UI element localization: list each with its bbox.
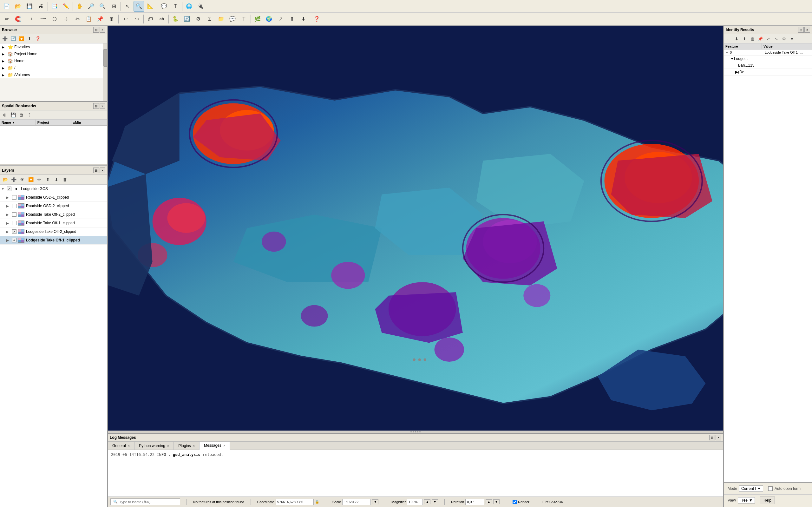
log-tab-python-warning[interactable]: Python warning × [134,442,174,450]
plugin-btn[interactable]: 🔌 [195,1,206,12]
layers-remove-btn[interactable]: 🗑 [61,176,69,183]
identify-help-btn[interactable]: Help [760,497,775,504]
browser-item-favorites[interactable]: ▶ ⭐ Favorites [0,44,107,50]
identify-tree-row-1[interactable]: ▼ Lodge... [724,56,812,62]
identify-pin-btn[interactable]: 📌 [757,35,764,42]
digitize2-btn[interactable]: ✏ [1,14,12,24]
zoom-full-btn[interactable]: ⊞ [109,1,119,12]
identify-close-btn[interactable]: × [804,27,810,33]
render-checkbox[interactable] [513,500,517,504]
log-tab-messages[interactable]: Messages × [199,442,230,450]
layer-checkbox-lodgeside-gcs[interactable]: ✓ [7,186,11,191]
select-btn[interactable]: ↖ [122,1,133,12]
map-log-resize-handle[interactable] [108,431,723,433]
layers-add-btn[interactable]: ➕ [10,176,17,183]
layers-filter-btn[interactable]: 🔽 [27,176,35,183]
browser-item-project-home[interactable]: ▶ 🏠 Project Home [0,50,107,57]
log-float-btn[interactable]: ⊞ [709,435,715,440]
identify-collapse-btn[interactable]: ⤡ [773,35,779,42]
identify-settings-btn[interactable]: ⚙ [780,35,788,42]
cut-btn[interactable]: ✂ [72,14,83,24]
map-canvas[interactable] [108,26,723,431]
browser-add-btn[interactable]: ➕ [1,35,8,42]
speech-btn[interactable]: 💬 [227,14,238,24]
bookmarks-save-btn[interactable]: 💾 [9,111,16,118]
bookmarks-new-btn[interactable]: ⊕ [1,111,8,118]
layer-item-lodgeside-gcs[interactable]: ▼ ✓ ● Lodgeside GCS [0,185,107,193]
up-btn[interactable]: ⬆ [287,14,297,24]
delete-btn[interactable]: 🗑 [106,14,117,24]
layer-item-roadside-off2[interactable]: ▶ Roadside Take Off-2_clipped [0,210,107,219]
coordinate-input[interactable] [275,499,314,505]
bookmarks-close-btn[interactable]: × [100,103,105,109]
help2-btn[interactable]: ❓ [311,14,322,24]
layer-item-lodgeside-off1[interactable]: ▶ ✓ Lodgeside Take Off-1_clipped [0,236,107,245]
search-bar[interactable]: 🔍 [110,498,180,505]
open-project-btn[interactable]: 📂 [13,1,23,12]
new-project-btn[interactable]: 📄 [1,1,12,12]
sum-btn[interactable]: Σ [204,14,215,24]
layers-move-down-btn[interactable]: ⬇ [53,176,60,183]
settings-btn[interactable]: ⚙ [193,14,204,24]
label-pin-btn[interactable]: 🏷 [145,14,156,24]
log-tab-plugins[interactable]: Plugins × [174,442,199,450]
layer-item-lodgeside-off2[interactable]: ▶ ✓ Lodgeside Take Off-2_clipped [0,227,107,236]
print-layout-btn[interactable]: 📑 [49,1,60,12]
log-tab-python-warning-close[interactable]: × [167,444,169,448]
layers-open-btn[interactable]: 📂 [1,176,9,183]
layer-checkbox-roadside-off1[interactable] [12,221,16,225]
save-project-btn[interactable]: 💾 [24,1,35,12]
browser-item-root[interactable]: ▶ 📁 / [0,64,107,71]
log-close-btn[interactable]: × [715,435,721,440]
layer-checkbox-lodgeside-off2[interactable]: ✓ [12,229,16,234]
copy-btn[interactable]: 📋 [83,14,94,24]
node-tool-btn[interactable]: ⊹ [61,14,71,24]
layer-checkbox-roadside-gsd1[interactable] [12,195,16,200]
select2-btn[interactable]: ↗ [275,14,286,24]
layer-item-roadside-gsd2[interactable]: ▶ Roadside GSD-2_clipped [0,202,107,210]
down-btn[interactable]: ⬇ [298,14,309,24]
log-tab-messages-close[interactable]: × [223,444,225,447]
browser-collapse-btn[interactable]: ⬆ [26,35,33,42]
log-tab-plugins-close[interactable]: × [193,444,195,448]
browser-item-volumes[interactable]: ▶ 📁 /Volumes [0,71,107,78]
log-tab-general-close[interactable]: × [128,444,130,448]
identify-float-btn[interactable]: ⊞ [798,27,804,33]
python-console-btn[interactable]: 🐍 [170,14,181,24]
layers-edit-group-btn[interactable]: ✏ [36,176,43,183]
layers-visibility-btn[interactable]: 👁 [18,176,26,183]
bookmarks-share-btn[interactable]: ⇧ [26,111,33,118]
identify-down-btn[interactable]: ⬇ [733,35,740,42]
log-tab-general[interactable]: General × [108,442,134,450]
browser-refresh-btn[interactable]: 🔄 [9,35,16,42]
epsg-label[interactable]: EPSG:32734 [542,500,563,504]
folder2-btn[interactable]: 📁 [216,14,227,24]
magnifier-up-btn[interactable]: ▲ [424,499,430,504]
text2-btn[interactable]: T [239,14,249,24]
snapping-btn[interactable]: 🧲 [13,14,23,24]
identify-btn[interactable]: 🔍 [133,1,144,12]
identify-dropdown-btn[interactable]: ▼ [789,35,796,42]
scale-dropdown-btn[interactable]: ▼ [372,499,378,504]
auto-open-checkbox[interactable] [768,486,773,491]
layer-item-roadside-off1[interactable]: ▶ Roadside Take Off-1_clipped [0,219,107,227]
mode-dropdown[interactable]: Current l ▼ [739,486,763,492]
scale-input[interactable] [342,499,371,505]
bookmarks-float-btn[interactable]: ⊞ [93,103,99,109]
bookmarks-delete-btn[interactable]: 🗑 [18,111,25,118]
layer-checkbox-roadside-off2[interactable] [12,212,16,217]
browser-float-btn[interactable]: ⊞ [93,27,99,33]
text-btn[interactable]: T [170,1,181,12]
undo-btn[interactable]: ↩ [120,14,131,24]
browser-scrollbar-thumb[interactable] [104,49,107,67]
layers-close-btn[interactable]: × [100,168,105,173]
browser-scrollbar[interactable] [103,44,107,101]
label-btn[interactable]: ab [157,14,167,24]
annotate-btn[interactable]: 💬 [159,1,169,12]
browser-filter-btn[interactable]: 🔽 [18,35,25,42]
globe-btn[interactable]: 🌍 [264,14,274,24]
rotation-down-btn[interactable]: ▼ [493,499,500,504]
layers-float-btn[interactable]: ⊞ [93,168,99,173]
browser-item-home[interactable]: ▶ 🏠 Home [0,57,107,64]
layer-checkbox-lodgeside-off1[interactable]: ✓ [12,238,16,242]
